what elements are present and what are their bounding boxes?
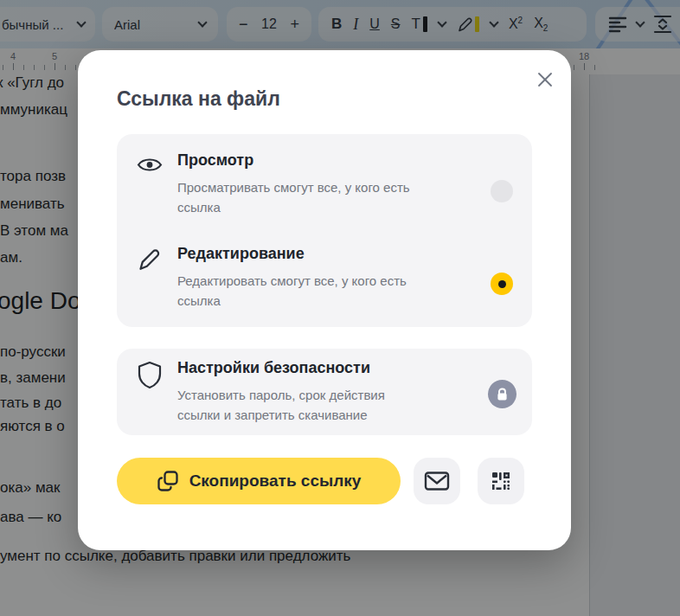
copy-icon xyxy=(157,470,179,492)
app-window: к «Гугл доммуникацтора позвмениватьВ это… xyxy=(0,0,680,616)
option-edit[interactable]: Редактирование Редактировать смогут все,… xyxy=(117,231,532,327)
pencil-icon xyxy=(137,247,160,271)
radio-edit[interactable] xyxy=(491,273,513,295)
description-line: ссылка xyxy=(177,293,221,308)
description-line: Установить пароль, срок действия xyxy=(177,388,385,402)
copy-link-button[interactable]: Скопировать ссылку xyxy=(117,458,401,504)
description-line: Просматривать смогут все, у кого есть xyxy=(177,180,410,195)
radio-view[interactable] xyxy=(491,180,513,202)
lock-badge xyxy=(488,380,516,408)
envelope-icon xyxy=(424,471,450,491)
lock-icon xyxy=(496,388,509,401)
security-description: Установить пароль, срок действия ссылки … xyxy=(177,385,385,425)
option-description: Редактировать смогут все, у кого есть сс… xyxy=(177,271,407,311)
option-title: Редактирование xyxy=(177,245,305,263)
security-panel[interactable]: Настройки безопасности Установить пароль… xyxy=(117,349,532,435)
send-email-button[interactable] xyxy=(414,458,460,504)
qr-code-button[interactable] xyxy=(478,458,524,504)
eye-icon xyxy=(137,155,163,175)
share-dialog: Ссылка на файл Просмотр Просматривать см… xyxy=(78,50,571,550)
copy-link-label: Скопировать ссылку xyxy=(189,472,362,491)
description-line: ссылки и запретить скачивание xyxy=(177,407,368,422)
close-button[interactable] xyxy=(529,64,561,95)
description-line: Редактировать смогут все, у кого есть xyxy=(177,273,407,288)
security-title: Настройки безопасности xyxy=(177,359,370,377)
description-line: ссылка xyxy=(177,200,221,215)
close-icon xyxy=(536,70,555,89)
dialog-title: Ссылка на файл xyxy=(117,87,280,111)
shield-icon xyxy=(137,361,163,389)
option-view[interactable]: Просмотр Просматривать смогут все, у ког… xyxy=(117,134,532,231)
option-description: Просматривать смогут все, у кого есть сс… xyxy=(177,177,410,217)
access-options-panel: Просмотр Просматривать смогут все, у ког… xyxy=(117,134,532,327)
qr-icon xyxy=(490,470,512,492)
option-title: Просмотр xyxy=(177,151,253,170)
